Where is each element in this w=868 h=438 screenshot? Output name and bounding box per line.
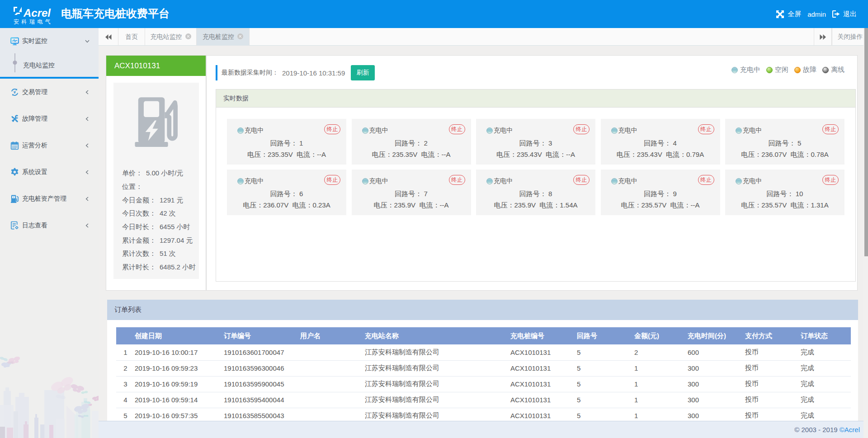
svg-text:¥: ¥ (14, 89, 16, 94)
